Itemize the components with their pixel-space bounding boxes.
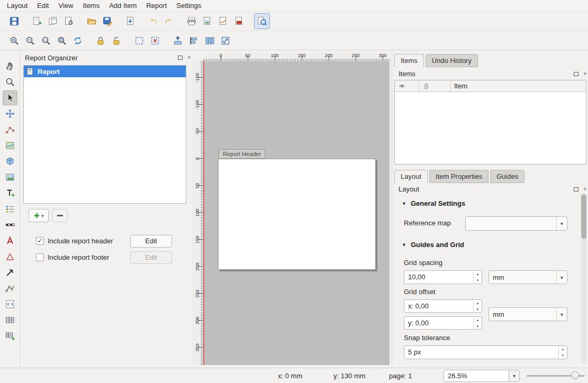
pan-tool-icon[interactable] (3, 59, 17, 74)
new-report-icon[interactable] (29, 13, 45, 29)
grid-offset-unit-combo[interactable]: mm ▾ (489, 307, 567, 321)
tab-item-properties[interactable]: Item Properties (429, 170, 489, 183)
export-pdf-icon[interactable] (231, 13, 247, 29)
layout-canvas[interactable]: Report Header (203, 61, 390, 365)
add-picture-tool-icon[interactable] (3, 170, 17, 185)
snap-tolerance-spinbox[interactable]: 5 px ▴▾ (404, 345, 567, 359)
spin-up-icon[interactable]: ▴ (559, 346, 567, 352)
tab-items[interactable]: Items (394, 54, 424, 67)
add-legend-tool-icon[interactable] (3, 202, 17, 216)
guides-grid-header[interactable]: ▼ Guides and Grid (402, 241, 464, 249)
edit-nodes-tool-icon[interactable] (3, 122, 17, 137)
include-header-checkbox[interactable]: ✓ (36, 237, 44, 245)
spin-up-icon[interactable]: ▴ (474, 271, 482, 277)
lock-items-icon[interactable] (93, 33, 108, 49)
eye-icon (398, 82, 406, 90)
move-content-tool-icon[interactable] (3, 106, 17, 121)
distribute-items-icon[interactable] (202, 33, 218, 49)
spin-up-icon[interactable]: ▴ (474, 300, 482, 306)
scrollbar-thumb[interactable] (581, 194, 586, 239)
add-shape-tool-icon[interactable] (3, 249, 17, 264)
redo-icon[interactable] (161, 13, 177, 29)
resize-items-icon[interactable] (218, 33, 233, 49)
refresh-icon[interactable] (70, 33, 86, 49)
add-fixed-table-tool-icon[interactable] (3, 329, 17, 343)
menu-settings[interactable]: Settings (171, 1, 206, 11)
items-float-button[interactable] (573, 70, 580, 77)
load-template-icon[interactable] (122, 13, 138, 29)
spin-down-icon[interactable]: ▾ (559, 352, 567, 359)
zoom-level-combo[interactable]: 26.5% ▾ (444, 370, 520, 382)
add-scalebar-tool-icon[interactable] (3, 217, 17, 232)
tab-layout[interactable]: Layout (394, 170, 428, 183)
select-all-icon[interactable] (131, 33, 147, 49)
spin-down-icon[interactable]: ▾ (474, 306, 482, 313)
unlock-items-icon[interactable] (108, 33, 124, 49)
zoom-in-icon[interactable] (6, 33, 22, 49)
menu-layout[interactable]: Layout (2, 1, 32, 11)
zoom-slider[interactable] (526, 368, 586, 383)
chevron-down-icon: ▾ (556, 271, 567, 284)
tab-undo-history[interactable]: Undo History (426, 54, 478, 67)
layout-float-button[interactable] (573, 186, 580, 193)
save-project-icon[interactable] (6, 13, 22, 29)
undo-icon[interactable] (145, 13, 161, 29)
menu-view[interactable]: View (53, 1, 78, 11)
zoom-full-icon[interactable] (54, 33, 70, 49)
include-footer-checkbox[interactable] (36, 253, 44, 261)
duplicate-layout-icon[interactable] (45, 13, 61, 29)
menu-report[interactable]: Report (141, 1, 171, 11)
menu-add-item[interactable]: Add Item (104, 1, 141, 11)
refresh-view-icon[interactable] (254, 13, 270, 29)
menu-edit[interactable]: Edit (32, 1, 53, 11)
organizer-float-button[interactable] (177, 54, 184, 61)
grid-spacing-unit-combo[interactable]: mm ▾ (489, 270, 567, 284)
items-close-button[interactable]: × (582, 70, 588, 77)
export-svg-icon[interactable] (215, 13, 231, 29)
zoom-slider-knob[interactable] (571, 371, 579, 379)
deselect-all-icon[interactable] (147, 33, 163, 49)
remove-section-button[interactable] (52, 209, 68, 222)
v-ruler-label: 0 (194, 152, 201, 165)
add-label-tool-icon[interactable] (3, 186, 17, 200)
add-attribute-table-tool-icon[interactable] (3, 313, 17, 327)
open-folder-icon[interactable] (84, 13, 99, 29)
menu-items[interactable]: Items (78, 1, 104, 11)
items-table[interactable]: Item (394, 80, 586, 165)
layout-manager-icon[interactable] (61, 13, 77, 29)
report-tree[interactable]: Report (23, 65, 186, 204)
grid-offset-y-spinbox[interactable]: y: 0,00 ▴▾ (404, 316, 482, 330)
main-toolbar (0, 12, 588, 31)
add-arrow-tool-icon[interactable] (3, 265, 17, 280)
add-section-button[interactable]: ▾ (29, 209, 49, 222)
edit-footer-button[interactable]: Edit (130, 251, 172, 264)
select-move-tool-icon[interactable] (3, 90, 17, 105)
zoom-actual-icon[interactable]: 1:1 (38, 33, 54, 49)
properties-scrollbar[interactable] (581, 194, 586, 363)
tab-guides[interactable]: Guides (490, 170, 524, 183)
add-3d-map-tool-icon[interactable] (3, 154, 17, 169)
print-icon[interactable] (184, 13, 200, 29)
add-north-arrow-tool-icon[interactable] (3, 233, 17, 248)
add-map-tool-icon[interactable] (3, 138, 17, 153)
zoom-tool-icon[interactable] (3, 75, 17, 89)
chevron-down-icon[interactable]: ▾ (509, 370, 519, 381)
zoom-out-icon[interactable] (22, 33, 38, 49)
general-settings-header[interactable]: ▼ General Settings (402, 199, 465, 207)
grid-offset-x-spinbox[interactable]: x: 0,00 ▴▾ (404, 299, 482, 313)
spin-down-icon[interactable]: ▾ (474, 323, 482, 330)
add-node-item-tool-icon[interactable] (3, 281, 17, 296)
layout-close-button[interactable]: × (582, 186, 588, 193)
edit-header-button[interactable]: Edit (130, 235, 172, 248)
add-html-tool-icon[interactable] (3, 297, 17, 312)
spin-down-icon[interactable]: ▾ (474, 277, 482, 284)
save-as-template-icon[interactable] (99, 13, 115, 29)
grid-spacing-spinbox[interactable]: 10,00 ▴▾ (404, 270, 482, 284)
reference-map-combo[interactable]: ▾ (465, 216, 567, 231)
align-items-icon[interactable] (186, 33, 202, 49)
raise-items-icon[interactable] (170, 33, 186, 49)
export-image-icon[interactable] (200, 13, 215, 29)
tree-item-report[interactable]: Report (24, 66, 186, 77)
spin-up-icon[interactable]: ▴ (474, 317, 482, 323)
grid-offset-label: Grid offset (404, 288, 436, 296)
